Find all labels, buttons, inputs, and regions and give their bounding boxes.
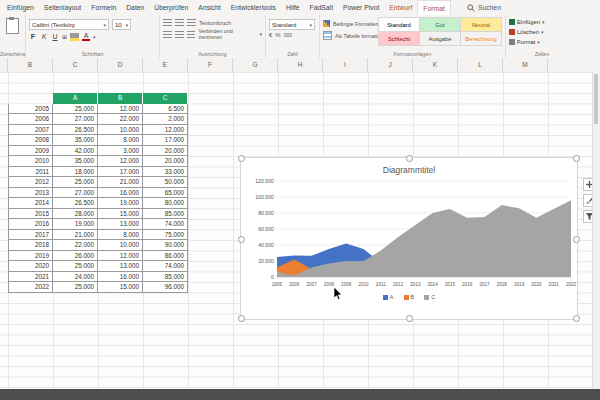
font-size-select[interactable]: 10▾ bbox=[112, 19, 131, 30]
value-cell[interactable]: 2.000 bbox=[143, 114, 188, 125]
column-header-D[interactable]: D bbox=[98, 58, 143, 72]
value-cell[interactable]: 25.000 bbox=[53, 261, 98, 272]
year-cell[interactable]: 2020 bbox=[8, 261, 53, 272]
value-cell[interactable]: 12.000 bbox=[98, 104, 143, 115]
ribbon-tab-formeln[interactable]: Formeln bbox=[86, 0, 121, 15]
value-cell[interactable]: 26.500 bbox=[53, 198, 98, 209]
legend-item-B[interactable]: B bbox=[404, 294, 415, 300]
table-header-A[interactable]: A bbox=[53, 93, 98, 104]
value-cell[interactable]: 85.000 bbox=[143, 272, 188, 283]
value-cell[interactable]: 27.000 bbox=[53, 188, 98, 199]
column-header-B[interactable]: B bbox=[8, 58, 53, 72]
font-name-select[interactable]: Calibri (Textkörp▾ bbox=[29, 19, 109, 30]
value-cell[interactable]: 8.000 bbox=[98, 135, 143, 146]
value-cell[interactable]: 25.000 bbox=[53, 282, 98, 293]
year-cell[interactable]: 2015 bbox=[8, 209, 53, 220]
align-right-button[interactable] bbox=[187, 31, 196, 38]
chart-resize-handle[interactable] bbox=[573, 236, 580, 243]
percent-format-button[interactable]: % bbox=[275, 32, 280, 38]
value-cell[interactable]: 21.000 bbox=[53, 230, 98, 241]
table-header-C[interactable]: C bbox=[143, 93, 188, 104]
spreadsheet-grid[interactable]: ABC200525.00012.0006.500200627.00022.000… bbox=[0, 72, 600, 389]
cell-style-gut[interactable]: Gut bbox=[420, 18, 460, 31]
value-cell[interactable]: 16.000 bbox=[98, 272, 143, 283]
chart-plot-area[interactable]: 020.00040.00060.00080.000100.000120.0002… bbox=[241, 177, 577, 293]
align-top-button[interactable] bbox=[163, 19, 172, 26]
value-cell[interactable]: 28.000 bbox=[53, 209, 98, 220]
value-cell[interactable]: 26.000 bbox=[53, 251, 98, 262]
year-cell[interactable]: 2017 bbox=[8, 230, 53, 241]
column-header-G[interactable]: G bbox=[233, 58, 278, 72]
ribbon-tab-daten[interactable]: Daten bbox=[121, 0, 149, 15]
value-cell[interactable]: 26.500 bbox=[53, 125, 98, 136]
value-cell[interactable]: 17.000 bbox=[143, 135, 188, 146]
chart-title[interactable]: Diagrammtitel bbox=[241, 165, 577, 175]
table-corner-cell[interactable] bbox=[8, 93, 53, 104]
chart-resize-handle[interactable] bbox=[406, 155, 413, 162]
value-cell[interactable]: 13.000 bbox=[98, 219, 143, 230]
value-cell[interactable]: 27.000 bbox=[53, 114, 98, 125]
underline-button[interactable]: U bbox=[51, 32, 59, 41]
year-cell[interactable]: 2019 bbox=[8, 251, 53, 262]
align-bottom-button[interactable] bbox=[187, 19, 196, 26]
chart[interactable]: Diagrammtitel 020.00040.00060.00080.0001… bbox=[240, 157, 578, 320]
ribbon-tab-power-pivot[interactable]: Power Pivot bbox=[338, 0, 384, 15]
value-cell[interactable]: 65.000 bbox=[143, 188, 188, 199]
value-cell[interactable]: 74.000 bbox=[143, 219, 188, 230]
value-cell[interactable]: 35.000 bbox=[53, 156, 98, 167]
legend-item-A[interactable]: A bbox=[383, 294, 394, 300]
year-cell[interactable]: 2008 bbox=[8, 135, 53, 146]
value-cell[interactable]: 20.000 bbox=[143, 146, 188, 157]
year-cell[interactable]: 2012 bbox=[8, 177, 53, 188]
scrollbar-thumb[interactable] bbox=[594, 74, 598, 124]
italic-button[interactable]: K bbox=[40, 32, 48, 41]
chart-resize-handle[interactable] bbox=[238, 315, 245, 322]
chart-plot[interactable]: 020.00040.00060.00080.000100.000120.0002… bbox=[241, 177, 577, 289]
ribbon-tab-entwurf[interactable]: Entwurf bbox=[384, 0, 417, 15]
column-header-I[interactable]: I bbox=[323, 58, 368, 72]
year-cell[interactable]: 2013 bbox=[8, 188, 53, 199]
ribbon-tab-seitenlayout[interactable]: Seitenlayout bbox=[39, 0, 86, 15]
year-cell[interactable]: 2006 bbox=[8, 114, 53, 125]
value-cell[interactable]: 74.000 bbox=[143, 261, 188, 272]
ribbon-tab-entwicklertools[interactable]: Entwicklertools bbox=[226, 0, 281, 15]
value-cell[interactable]: 42.000 bbox=[53, 146, 98, 157]
value-cell[interactable]: 3.000 bbox=[98, 146, 143, 157]
value-cell[interactable]: 12.000 bbox=[98, 156, 143, 167]
year-cell[interactable]: 2022 bbox=[8, 282, 53, 293]
column-header-H[interactable]: H bbox=[278, 58, 323, 72]
value-cell[interactable]: 13.000 bbox=[98, 261, 143, 272]
value-cell[interactable]: 21.000 bbox=[98, 177, 143, 188]
align-middle-button[interactable] bbox=[175, 19, 184, 26]
thousands-format-button[interactable]: 000 bbox=[284, 32, 292, 38]
cell-style-standard[interactable]: Standard bbox=[379, 18, 419, 31]
column-header-M[interactable]: M bbox=[503, 58, 548, 72]
year-cell[interactable]: 2018 bbox=[8, 240, 53, 251]
year-cell[interactable]: 2011 bbox=[8, 167, 53, 178]
column-header-E[interactable]: E bbox=[143, 58, 188, 72]
year-cell[interactable]: 2021 bbox=[8, 272, 53, 283]
search-box[interactable]: Suchen bbox=[467, 0, 501, 15]
cell-style-schlecht[interactable]: Schlecht bbox=[379, 32, 419, 45]
cell-style-ausgabe[interactable]: Ausgabe bbox=[420, 32, 460, 45]
ribbon-tab-einfügen[interactable]: Einfügen bbox=[2, 0, 39, 15]
value-cell[interactable]: 22.000 bbox=[98, 114, 143, 125]
number-format-select[interactable]: Standard▾ bbox=[269, 19, 315, 30]
fill-color-button[interactable] bbox=[70, 33, 79, 41]
value-cell[interactable]: 19.000 bbox=[98, 198, 143, 209]
table-header-B[interactable]: B bbox=[98, 93, 143, 104]
value-cell[interactable]: 18.000 bbox=[53, 167, 98, 178]
currency-format-button[interactable]: € bbox=[269, 32, 272, 38]
column-header-K[interactable]: K bbox=[413, 58, 458, 72]
value-cell[interactable]: 35.000 bbox=[53, 135, 98, 146]
paste-button[interactable] bbox=[6, 18, 19, 34]
align-center-button[interactable] bbox=[175, 31, 184, 38]
value-cell[interactable]: 15.000 bbox=[98, 209, 143, 220]
value-cell[interactable]: 10.000 bbox=[98, 125, 143, 136]
vertical-scrollbar[interactable] bbox=[592, 72, 600, 389]
chart-resize-handle[interactable] bbox=[573, 315, 580, 322]
year-cell[interactable]: 2005 bbox=[8, 104, 53, 115]
value-cell[interactable]: 90.000 bbox=[143, 240, 188, 251]
value-cell[interactable]: 86.000 bbox=[143, 251, 188, 262]
bold-button[interactable]: F bbox=[29, 32, 37, 41]
